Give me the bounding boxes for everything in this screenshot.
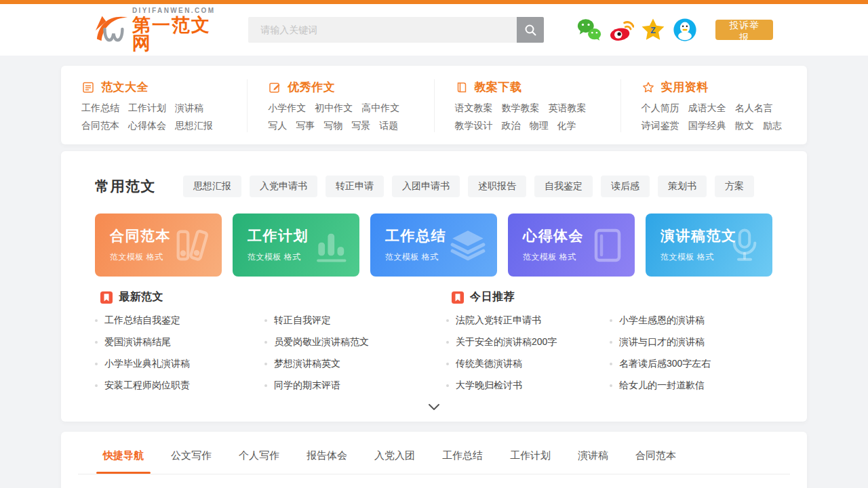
category-link[interactable]: 小学作文 [268,102,306,115]
category-link[interactable]: 心得体会 [128,120,166,132]
bullet-dot [610,341,612,344]
bullet-dot [264,363,267,365]
category-link[interactable]: 写人 [268,120,287,132]
section-title: 常用范文 [95,177,156,196]
list-item[interactable]: 传统美德演讲稿 [446,353,610,375]
category-link[interactable]: 励志 [763,120,782,132]
tag-chip[interactable]: 入党申请书 [250,176,317,197]
nav-item-gongwen-xiezuo[interactable]: 公文写作 [164,449,218,462]
card-hetong-fanben[interactable]: 合同范本 范文模板 格式 [95,214,222,277]
social-links: Z [576,17,698,43]
category-link[interactable]: 写景 [351,120,370,132]
category-link[interactable]: 政治 [502,120,521,132]
site-header: DIYIFANWEN.COM 第一范文网 [0,4,868,56]
nav-item-baogao-tihui[interactable]: 报告体会 [300,449,354,462]
search-bar [248,17,544,43]
list-item[interactable]: 名著读后感300字左右 [610,353,773,375]
category-link[interactable]: 化学 [557,120,576,132]
latest-articles-section: 最新范文 工作总结自我鉴定 爱国演讲稿结尾 小学毕业典礼演讲稿 安装工程师岗位职… [95,290,434,396]
list-item[interactable]: 法院入党转正申请书 [446,310,610,331]
tag-chip[interactable]: 述职报告 [468,176,526,197]
list-item[interactable]: 安装工程师岗位职责 [95,375,264,396]
bullet-dot [264,384,267,387]
nav-item-gongzuo-zongjie[interactable]: 工作总结 [435,449,490,462]
bullet-dot [610,363,612,365]
list-item[interactable]: 关于安全的演讲稿200字 [446,331,610,353]
nav-item-kuaijie-daohang[interactable]: 快捷导航 [96,449,151,462]
qzone-icon[interactable]: Z [640,17,666,43]
category-link[interactable]: 高中作文 [361,102,399,115]
category-link[interactable]: 散文 [735,120,754,132]
category-link[interactable]: 话题 [379,120,398,132]
tag-chip[interactable]: 入团申请书 [392,176,460,197]
list-item[interactable]: 给女儿的一封道歉信 [610,375,773,396]
nav-item-yanjianggao[interactable]: 演讲稿 [571,449,615,462]
notebook-icon [590,226,625,264]
weibo-icon[interactable] [608,17,634,43]
list-item[interactable]: 转正自我评定 [264,310,434,331]
list-item[interactable]: 大学晚归检讨书 [446,375,610,396]
tag-chip[interactable]: 自我鉴定 [534,176,593,197]
list-item[interactable]: 员爱岗敬业演讲稿范文 [264,331,434,353]
category-title: 范文大全 [101,79,149,95]
tag-chip[interactable]: 策划书 [658,176,707,197]
category-link[interactable]: 初中作文 [315,102,353,115]
bullet-dot [610,384,612,387]
bar-chart-icon [316,228,350,263]
quick-nav-panel: 快捷导航 公文写作 个人写作 报告体会 入党入团 工作总结 工作计划 演讲稿 合… [61,432,807,488]
bullet-dot [446,363,449,365]
nav-item-hetong-fanben[interactable]: 合同范本 [629,449,683,462]
list-item[interactable]: 同学的期末评语 [264,375,434,396]
category-link[interactable]: 诗词鉴赏 [642,120,679,132]
category-title: 教案下载 [475,79,522,95]
category-link[interactable]: 国学经典 [688,120,726,132]
bullet-dot [446,319,449,322]
card-yanjianggao[interactable]: 演讲稿范文 范文模板 格式 [646,214,772,277]
category-link[interactable]: 工作计划 [128,102,166,115]
category-link[interactable]: 写物 [323,120,342,132]
category-link[interactable]: 数学教案 [502,102,540,115]
card-xinde-tihui[interactable]: 心得体会 范文模板 格式 [508,214,635,277]
category-link[interactable]: 物理 [530,120,549,132]
tag-chip[interactable]: 思想汇报 [183,176,241,197]
category-link[interactable]: 名人名言 [735,102,773,115]
microphone-icon [726,226,763,264]
list-item[interactable]: 工作总结自我鉴定 [95,310,264,331]
qq-icon[interactable] [672,17,698,43]
wechat-icon[interactable] [576,17,602,43]
bullet-dot [610,319,612,322]
expand-more-button[interactable] [95,396,773,413]
category-link[interactable]: 英语教案 [549,102,587,115]
category-link[interactable]: 工作总结 [81,102,119,115]
tag-chip[interactable]: 读后感 [601,176,650,197]
card-gongzuo-zongjie[interactable]: 工作总结 范文模板 格式 [370,214,497,277]
nav-item-geren-xiezuo[interactable]: 个人写作 [232,449,286,462]
category-link[interactable]: 成语大全 [688,102,726,115]
category-zuowen: 优秀作文 小学作文 初中作文 高中作文 写人 写事 写物 写景 话题 [248,79,434,132]
category-link[interactable]: 语文教案 [455,102,493,115]
bullet-dot [446,384,449,387]
category-link[interactable]: 思想汇报 [175,120,213,132]
tag-chip[interactable]: 方案 [715,176,754,197]
list-item[interactable]: 爱国演讲稿结尾 [95,331,264,353]
card-gongzuo-jihua[interactable]: 工作计划 范文模板 格式 [233,214,359,277]
category-link[interactable]: 写事 [296,120,315,132]
list-item[interactable]: 小学毕业典礼演讲稿 [95,353,264,375]
category-link[interactable]: 个人简历 [642,102,679,115]
category-link[interactable]: 合同范本 [81,120,119,132]
tag-chip[interactable]: 转正申请 [326,176,384,197]
search-input[interactable] [248,17,517,43]
list-item[interactable]: 小学生感恩的演讲稿 [610,310,773,331]
site-logo[interactable]: DIYIFANWEN.COM 第一范文网 [95,7,218,53]
search-button[interactable] [517,17,544,43]
category-link[interactable]: 演讲稿 [175,102,203,115]
category-title: 优秀作文 [288,79,335,95]
list-item[interactable]: 演讲与口才的演讲稿 [610,331,773,353]
category-link[interactable]: 教学设计 [455,120,493,132]
list-item[interactable]: 梦想演讲稿英文 [264,353,434,375]
nav-item-rudang-rutuan[interactable]: 入党入团 [368,449,422,462]
nav-item-gongzuo-jihua[interactable]: 工作计划 [503,449,557,462]
bullet-dot [95,341,98,344]
bullet-dot [95,384,98,387]
report-button[interactable]: 投诉举报 [715,20,773,40]
